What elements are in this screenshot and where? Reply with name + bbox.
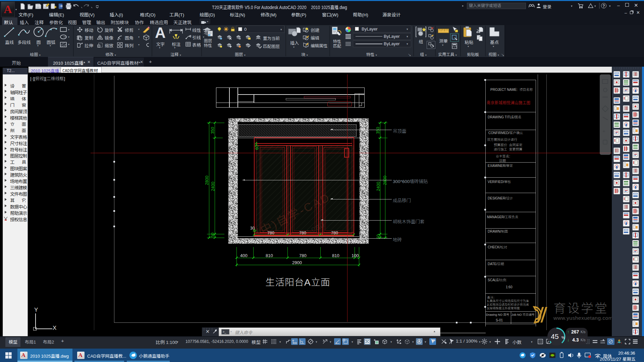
svg-text:%: % — [561, 336, 565, 340]
svg-text:45: 45 — [551, 333, 558, 340]
